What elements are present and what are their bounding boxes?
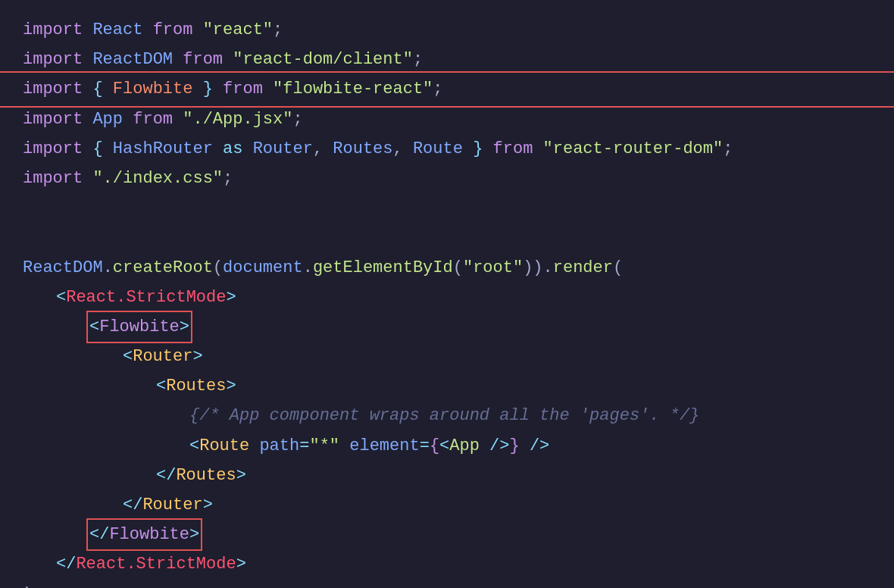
keyword-from: from <box>153 17 203 43</box>
punctuation: ; <box>273 17 283 43</box>
punctuation: ; <box>223 165 233 192</box>
code-line-empty <box>0 223 894 252</box>
keyword-import: import <box>23 76 92 102</box>
code-line: ReactDOM.createRoot(document.getElementB… <box>0 253 894 283</box>
tag-bracket: > <box>180 314 189 340</box>
tag-bracket: </ <box>156 462 176 489</box>
punctuation: ; <box>723 136 733 162</box>
tag-bracket: < <box>156 373 166 399</box>
string-literal: "flowbite-react" <box>273 76 433 102</box>
code-line-highlighted: import { Flowbite } from "flowbite-react… <box>0 74 894 104</box>
keyword-from: from <box>223 76 273 102</box>
paren: ( <box>453 255 463 281</box>
paren-close: )). <box>523 255 553 281</box>
code-editor: import React from "react"; import ReactD… <box>0 0 894 588</box>
identifier-app: App <box>92 106 133 133</box>
keyword-from: from <box>493 136 543 162</box>
code-line: </React.StrictMode> <box>0 549 894 579</box>
method-getelementbyid: getElementById <box>313 255 453 281</box>
code-line: ); <box>0 580 894 588</box>
tag-bracket: > <box>236 462 246 489</box>
keyword-import: import <box>23 106 92 133</box>
identifier-route: Route <box>413 136 473 162</box>
keyword-from: from <box>133 106 183 133</box>
code-line: </Router> <box>0 490 894 520</box>
tag-bracket: < <box>89 314 99 340</box>
tag-react-strictmode: React.StrictMode <box>66 284 226 311</box>
tag-bracket: > <box>236 551 246 577</box>
punctuation: ; <box>292 106 302 133</box>
code-line: </Routes> <box>0 461 894 490</box>
brace-open: { <box>92 136 112 162</box>
identifier-router: Router <box>253 136 313 162</box>
tag-route: Route <box>199 433 259 459</box>
comma: , <box>393 136 413 162</box>
keyword-import: import <box>23 136 92 162</box>
closing-paren: ); <box>23 581 42 588</box>
attr-path: path <box>259 433 299 459</box>
tag-bracket: < <box>56 284 66 311</box>
code-line: import "./index.css"; <box>0 164 894 193</box>
tag-routes-open: Routes <box>166 373 226 399</box>
keyword-import: import <box>23 17 92 43</box>
code-line: <Routes> <box>0 371 894 401</box>
flowbite-close-highlight: </Flowbite> <box>89 521 199 548</box>
brace-open: { <box>92 76 112 102</box>
code-line-empty <box>0 193 894 223</box>
tag-bracket: </ <box>56 551 76 577</box>
jsx-comment: {/* App component wraps around all the '… <box>189 402 699 429</box>
tag-bracket: </ <box>89 521 109 548</box>
tag-self-close: /> <box>530 433 549 459</box>
code-line: import React from "react"; <box>0 15 894 45</box>
tag-router-open: Router <box>133 343 192 370</box>
flowbite-open-highlight: <Flowbite> <box>89 314 189 340</box>
identifier-hashrouter: HashRouter <box>113 136 223 162</box>
identifier: ReactDOM <box>92 46 183 73</box>
identifier-document: document <box>223 255 303 281</box>
tag-bracket-self-close: /> <box>489 433 509 459</box>
identifier-reactdom: ReactDOM <box>23 255 103 281</box>
brace-close: } <box>203 76 223 102</box>
identifier-routes: Routes <box>333 136 392 162</box>
keyword-from: from <box>183 46 233 73</box>
tag-bracket: > <box>226 284 236 311</box>
punctuation: ; <box>433 76 442 102</box>
punctuation: ; <box>413 46 423 73</box>
code-line: import ReactDOM from "react-dom/client"; <box>0 45 894 74</box>
paren-open: ( <box>213 255 223 281</box>
tag-react-strictmode-close: React.StrictMode <box>76 551 236 577</box>
attr-equals: = <box>299 433 309 459</box>
identifier: React <box>92 17 152 43</box>
code-line: <Flowbite> <box>0 312 894 342</box>
code-line: import { HashRouter as Router, Routes, R… <box>0 134 894 164</box>
dot: . <box>303 255 313 281</box>
attr-equals: = <box>420 433 430 459</box>
tag-bracket: > <box>226 373 236 399</box>
tag-bracket: > <box>189 521 199 548</box>
tag-flowbite-close: Flowbite <box>109 521 189 548</box>
jsx-expr-open: { <box>430 433 439 459</box>
space <box>520 433 530 459</box>
keyword-import: import <box>23 165 92 192</box>
string-literal: "./index.css" <box>92 165 223 192</box>
code-line: <React.StrictMode> <box>0 283 894 312</box>
tag-bracket: > <box>203 492 213 518</box>
string-literal: "react-router-dom" <box>543 136 724 162</box>
tag-bracket: </ <box>123 492 142 518</box>
paren-open: ( <box>613 255 623 281</box>
keyword-as: as <box>223 136 253 162</box>
brace-close: } <box>473 136 492 162</box>
string-literal: "react" <box>203 17 273 43</box>
tag-routes-close: Routes <box>176 462 236 489</box>
method-createroot: createRoot <box>113 255 213 281</box>
tag-bracket: < <box>123 343 133 370</box>
tag-app: App <box>449 433 489 459</box>
attr-element: element <box>349 433 419 459</box>
tag-bracket: > <box>192 343 202 370</box>
string-root: "root" <box>463 255 523 281</box>
tag-bracket: < <box>439 433 449 459</box>
string-literal: "react-dom/client" <box>233 46 413 73</box>
method-render: render <box>553 255 613 281</box>
identifier-flowbite: Flowbite <box>113 76 203 102</box>
code-line: import App from "./App.jsx"; <box>0 105 894 134</box>
